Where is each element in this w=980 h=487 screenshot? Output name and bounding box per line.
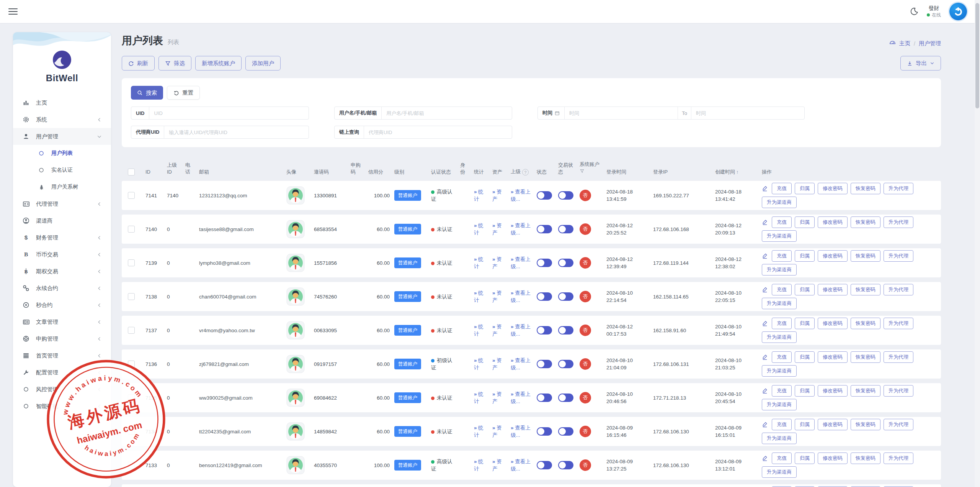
user-avatar-image[interactable] <box>286 321 305 339</box>
row-checkbox[interactable] <box>128 293 135 300</box>
sidebar-item-article-management[interactable]: 文章管理 <box>13 313 111 330</box>
link-assets[interactable]: » 资产 <box>492 391 502 405</box>
sidebar-item-user-relation-tree[interactable]: 用户关系树 <box>13 179 111 195</box>
action-button-4[interactable]: 升为代理 <box>884 385 913 397</box>
sidebar-item-finance-management[interactable]: $财务管理 <box>13 229 111 246</box>
link-view-parent[interactable]: » 查看上级... <box>511 357 531 371</box>
action-button-0[interactable]: 充值 <box>772 250 792 262</box>
dark-mode-moon-icon[interactable] <box>910 7 918 16</box>
filter-button[interactable]: 筛选 <box>158 56 191 71</box>
action-button-2[interactable]: 修改密码 <box>818 250 848 262</box>
link-stats[interactable]: » 统计 <box>474 425 483 438</box>
status-toggle[interactable] <box>537 225 552 233</box>
action-button-5[interactable]: 升为渠道商 <box>762 230 797 242</box>
link-assets[interactable]: » 资产 <box>492 256 502 270</box>
status-toggle[interactable] <box>537 461 552 469</box>
agent-uid-input[interactable] <box>164 126 309 138</box>
search-button[interactable]: 搜索 <box>131 86 163 100</box>
uid-input[interactable] <box>149 107 309 119</box>
action-button-0[interactable]: 充值 <box>772 419 792 430</box>
edit-icon[interactable] <box>762 185 768 192</box>
system-account-badge[interactable]: 否 <box>580 291 591 302</box>
system-account-badge[interactable]: 否 <box>580 426 591 437</box>
action-button-0[interactable]: 充值 <box>772 318 792 329</box>
row-checkbox[interactable] <box>128 259 135 266</box>
user-avatar-image[interactable] <box>286 220 305 238</box>
level-badge[interactable]: 普通账户 <box>394 426 421 437</box>
trade-status-toggle[interactable] <box>558 225 573 233</box>
level-badge[interactable]: 普通账户 <box>394 257 421 268</box>
link-assets[interactable]: » 资产 <box>492 459 502 472</box>
action-button-2[interactable]: 修改密码 <box>818 453 848 464</box>
add-user-button[interactable]: 添加用户 <box>245 56 281 71</box>
action-button-4[interactable]: 升为代理 <box>884 419 913 430</box>
edit-icon[interactable] <box>762 253 768 259</box>
status-toggle[interactable] <box>537 326 552 335</box>
row-checkbox[interactable] <box>128 327 135 334</box>
edit-icon[interactable] <box>762 354 768 360</box>
action-button-0[interactable]: 充值 <box>772 216 792 228</box>
action-button-3[interactable]: 恢复密码 <box>851 419 880 430</box>
action-button-5[interactable]: 升为渠道商 <box>762 466 797 478</box>
action-button-0[interactable]: 充值 <box>772 385 792 397</box>
link-view-parent[interactable]: » 查看上级... <box>511 256 531 270</box>
level-badge[interactable]: 普通账户 <box>394 190 421 201</box>
action-button-0[interactable]: 充值 <box>772 284 792 295</box>
action-button-2[interactable]: 修改密码 <box>818 351 848 363</box>
sidebar-item-smart-miner[interactable]: 智能矿机 <box>13 398 111 415</box>
sidebar-item-channel-merchant[interactable]: 渠道商 <box>13 212 111 229</box>
time-to-input[interactable] <box>691 107 804 119</box>
link-assets[interactable]: » 资产 <box>492 223 502 236</box>
action-button-4[interactable]: 升为代理 <box>884 183 913 194</box>
export-button[interactable]: 导出 <box>900 56 941 71</box>
sidebar-item-subscribe-management[interactable]: 申购管理 <box>13 330 111 347</box>
trade-status-toggle[interactable] <box>558 292 573 301</box>
row-checkbox[interactable] <box>128 394 135 401</box>
hamburger-menu-icon[interactable] <box>8 7 18 16</box>
action-button-5[interactable]: 升为渠道商 <box>762 331 797 343</box>
user-avatar[interactable] <box>949 3 967 20</box>
user-avatar-image[interactable] <box>286 287 305 306</box>
sidebar-item-second-contract[interactable]: 秒合约 <box>13 297 111 313</box>
add-system-account-button[interactable]: 新增系统账户 <box>195 56 242 71</box>
edit-icon[interactable] <box>762 219 768 225</box>
action-button-5[interactable]: 升为渠道商 <box>762 264 797 275</box>
status-toggle[interactable] <box>537 427 552 436</box>
action-button-5[interactable]: 升为渠道商 <box>762 365 797 377</box>
link-stats[interactable]: » 统计 <box>474 189 483 202</box>
status-toggle[interactable] <box>537 292 552 301</box>
level-badge[interactable]: 普通账户 <box>394 392 421 403</box>
sidebar-item-risk-management[interactable]: 风控管理 <box>13 381 111 398</box>
column-filter-icon[interactable] <box>580 169 602 175</box>
system-account-badge[interactable]: 否 <box>580 392 591 403</box>
column-header-select[interactable] <box>128 169 141 175</box>
link-assets[interactable]: » 资产 <box>492 425 502 438</box>
action-button-5[interactable]: 升为渠道商 <box>762 433 797 444</box>
breadcrumb-home[interactable]: 主页 <box>899 40 910 47</box>
action-button-4[interactable]: 升为代理 <box>884 318 913 329</box>
action-button-3[interactable]: 恢复密码 <box>851 216 880 228</box>
action-button-2[interactable]: 修改密码 <box>818 183 848 194</box>
link-stats[interactable]: » 统计 <box>474 459 483 472</box>
status-toggle[interactable] <box>537 191 552 200</box>
system-account-badge[interactable]: 否 <box>580 325 591 336</box>
action-button-0[interactable]: 充值 <box>772 183 792 194</box>
sidebar-item-real-name-auth[interactable]: 实名认证 <box>13 162 111 179</box>
link-stats[interactable]: » 统计 <box>474 391 483 405</box>
action-button-3[interactable]: 恢复密码 <box>851 183 880 194</box>
help-icon[interactable]: ? <box>522 169 529 175</box>
level-badge[interactable]: 普通账户 <box>394 291 421 302</box>
sidebar-item-spot-trade[interactable]: B币币交易 <box>13 246 111 263</box>
sidebar-item-user-management[interactable]: 用户管理 <box>13 128 111 145</box>
user-avatar-image[interactable] <box>286 456 305 474</box>
user-avatar-image[interactable] <box>286 254 305 272</box>
link-view-parent[interactable]: » 查看上级... <box>511 459 531 472</box>
action-button-3[interactable]: 恢复密码 <box>851 453 880 464</box>
action-button-3[interactable]: 恢复密码 <box>851 351 880 363</box>
system-account-badge[interactable]: 否 <box>580 358 591 370</box>
row-checkbox[interactable] <box>128 192 135 199</box>
action-button-5[interactable]: 升为渠道商 <box>762 197 797 208</box>
sidebar-item-agent-management[interactable]: 代理管理 <box>13 195 111 212</box>
action-button-4[interactable]: 升为代理 <box>884 250 913 262</box>
status-toggle[interactable] <box>537 259 552 267</box>
